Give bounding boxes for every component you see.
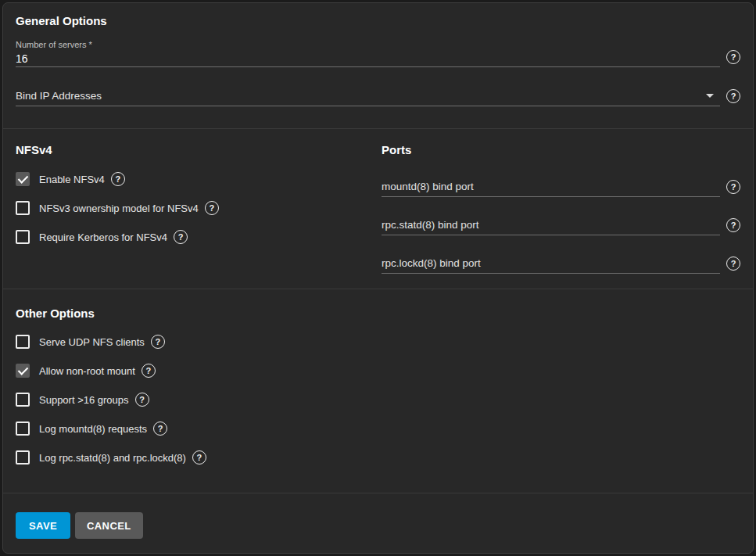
enable-nfsv4-row[interactable]: Enable NFSv4 ? xyxy=(16,172,382,186)
mountd-port-input[interactable] xyxy=(382,177,720,197)
cancel-button[interactable]: CANCEL xyxy=(75,512,143,539)
bind-ip-field-row: Bind IP Addresses ? xyxy=(16,86,740,106)
allow-nonroot-row[interactable]: Allow non-root mount ? xyxy=(16,364,740,378)
support-groups-checkbox[interactable] xyxy=(16,393,30,407)
support-groups-label: Support >16 groups xyxy=(39,394,129,406)
lockd-port-row: ? xyxy=(382,253,740,274)
statd-port-input[interactable] xyxy=(382,215,720,235)
save-button[interactable]: SAVE xyxy=(16,512,70,539)
section-general-options: General Options Number of servers * ? Bi… xyxy=(3,3,753,129)
nfsv3-ownership-label: NFSv3 ownership model for NFSv4 xyxy=(39,203,199,214)
ports-column: Ports ? ? ? xyxy=(382,129,740,289)
other-options-title: Other Options xyxy=(16,289,740,321)
bind-ip-help-icon[interactable]: ? xyxy=(726,89,740,103)
enable-nfsv4-label: Enable NFSv4 xyxy=(39,174,105,185)
statd-port-row: ? xyxy=(382,215,740,235)
allow-nonroot-checkbox[interactable] xyxy=(16,364,30,378)
mountd-port-field xyxy=(382,177,720,197)
log-mountd-row[interactable]: Log mountd(8) requests ? xyxy=(16,421,740,436)
number-of-servers-label: Number of servers * xyxy=(16,40,720,50)
require-kerberos-label: Require Kerberos for NFSv4 xyxy=(39,231,167,243)
lockd-port-field xyxy=(382,253,720,274)
number-of-servers-field: Number of servers * xyxy=(16,40,720,67)
require-kerberos-checkbox[interactable] xyxy=(16,230,30,244)
number-of-servers-input[interactable] xyxy=(16,50,720,67)
nfsv4-title: NFSv4 xyxy=(16,129,382,158)
nfsv4-column: NFSv4 Enable NFSv4 ? NFSv3 ownership mod… xyxy=(16,129,382,289)
bind-ip-select[interactable]: Bind IP Addresses xyxy=(16,86,720,106)
lockd-port-input[interactable] xyxy=(382,253,720,274)
allow-nonroot-help-icon[interactable]: ? xyxy=(142,364,156,378)
section-nfsv4-ports: NFSv4 Enable NFSv4 ? NFSv3 ownership mod… xyxy=(3,129,753,289)
number-of-servers-field-row: Number of servers * ? xyxy=(16,40,740,67)
support-groups-help-icon[interactable]: ? xyxy=(135,393,149,407)
log-statd-lockd-checkbox[interactable] xyxy=(16,450,30,465)
log-statd-lockd-label: Log rpc.statd(8) and rpc.lockd(8) xyxy=(39,452,186,464)
number-of-servers-help-icon[interactable]: ? xyxy=(726,50,740,64)
serve-udp-row[interactable]: Serve UDP NFS clients ? xyxy=(16,335,740,349)
statd-port-help-icon[interactable]: ? xyxy=(726,218,740,232)
serve-udp-checkbox[interactable] xyxy=(16,335,30,349)
require-kerberos-row[interactable]: Require Kerberos for NFSv4 ? xyxy=(16,230,382,244)
mountd-port-row: ? xyxy=(382,177,740,197)
section-other-options: Other Options Serve UDP NFS clients ? Al… xyxy=(3,289,753,493)
chevron-down-icon[interactable] xyxy=(706,94,714,98)
log-mountd-label: Log mountd(8) requests xyxy=(39,423,147,435)
nfsv3-ownership-checkbox[interactable] xyxy=(16,201,30,215)
enable-nfsv4-checkbox[interactable] xyxy=(16,172,30,186)
enable-nfsv4-help-icon[interactable]: ? xyxy=(111,172,125,186)
require-kerberos-help-icon[interactable]: ? xyxy=(174,230,188,244)
log-statd-lockd-row[interactable]: Log rpc.statd(8) and rpc.lockd(8) ? xyxy=(16,450,740,465)
statd-port-field xyxy=(382,215,720,235)
actions-bar: SAVE CANCEL xyxy=(3,493,753,553)
serve-udp-label: Serve UDP NFS clients xyxy=(39,336,145,348)
mountd-port-help-icon[interactable]: ? xyxy=(726,180,740,194)
allow-nonroot-label: Allow non-root mount xyxy=(39,365,135,377)
serve-udp-help-icon[interactable]: ? xyxy=(151,335,165,349)
bind-ip-label: Bind IP Addresses xyxy=(16,90,102,102)
ports-title: Ports xyxy=(382,129,740,158)
log-statd-lockd-help-icon[interactable]: ? xyxy=(192,450,206,465)
nfsv3-ownership-help-icon[interactable]: ? xyxy=(205,201,219,215)
log-mountd-help-icon[interactable]: ? xyxy=(153,421,167,436)
lockd-port-help-icon[interactable]: ? xyxy=(726,256,740,271)
nfs-settings-card: General Options Number of servers * ? Bi… xyxy=(2,2,754,554)
nfsv3-ownership-row[interactable]: NFSv3 ownership model for NFSv4 ? xyxy=(16,201,382,215)
log-mountd-checkbox[interactable] xyxy=(16,421,30,436)
general-options-title: General Options xyxy=(16,3,740,29)
support-groups-row[interactable]: Support >16 groups ? xyxy=(16,393,740,407)
